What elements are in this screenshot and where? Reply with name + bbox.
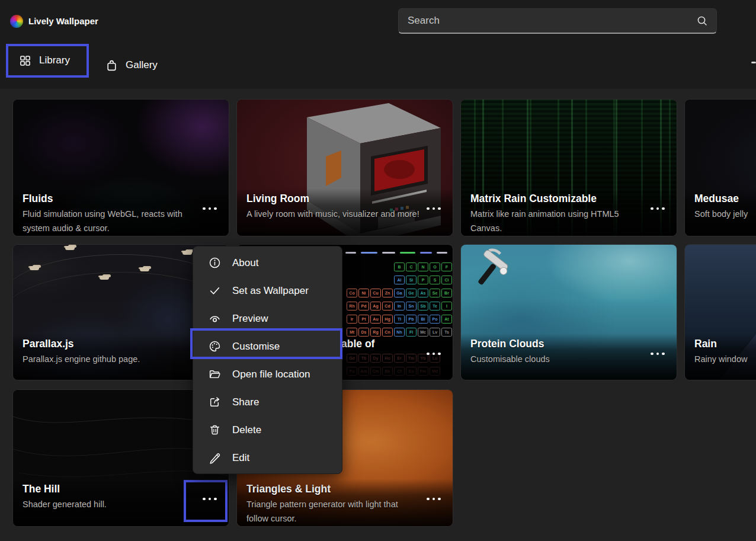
more-button[interactable] xyxy=(197,488,223,510)
card-title: The Hill xyxy=(23,481,196,497)
eye-icon xyxy=(209,312,221,325)
card-description: Customisable clouds xyxy=(470,352,643,366)
card-title: Triangles & Light xyxy=(246,481,419,497)
trash-icon xyxy=(209,424,221,436)
card-description: Triangle pattern generator with light th… xyxy=(246,497,419,526)
cloud-sprite xyxy=(140,267,149,271)
cloud-sprite xyxy=(100,276,109,280)
check-icon xyxy=(209,284,221,297)
pencil-icon xyxy=(209,452,221,464)
palette-icon xyxy=(209,340,221,353)
wallpaper-card-living-room[interactable]: Living Room A lively room with music, vi… xyxy=(237,100,453,236)
card-description: Shader generated hill. xyxy=(23,497,196,511)
menu-item-label: About xyxy=(232,257,258,269)
card-description: Rainy window xyxy=(694,352,756,366)
share-icon xyxy=(209,396,221,408)
app-title: Lively Wallpaper xyxy=(28,16,98,26)
hammer-image xyxy=(469,247,513,291)
wallpaper-card-rain[interactable]: Rain Rainy window xyxy=(685,245,756,380)
wallpaper-card-medusae[interactable]: Medusae Soft body jelly xyxy=(685,100,756,236)
context-menu: About Set as Wallpaper Preview Customise xyxy=(193,246,342,474)
more-button[interactable] xyxy=(421,343,447,364)
card-title: Rain xyxy=(694,336,756,351)
info-icon xyxy=(209,257,221,269)
card-title: Protein Clouds xyxy=(470,336,643,351)
menu-item-label: Share xyxy=(232,396,259,408)
menu-item-set-as-wallpaper[interactable]: Set as Wallpaper xyxy=(193,277,342,305)
card-title: Medusae xyxy=(694,191,756,206)
bag-icon xyxy=(105,59,118,72)
menu-item-label: Delete xyxy=(232,424,261,436)
menu-item-label: Preview xyxy=(232,313,268,325)
tab-library-label: Library xyxy=(39,55,70,66)
card-description: A lively room with music, visualizer and… xyxy=(246,207,419,221)
plus-icon-partial[interactable] xyxy=(751,62,756,63)
menu-item-label: Open file location xyxy=(232,369,310,380)
menu-item-label: Customise xyxy=(232,341,280,353)
more-button[interactable] xyxy=(421,488,447,510)
menu-item-open-file-location[interactable]: Open file location xyxy=(193,360,342,388)
card-description: Soft body jelly xyxy=(694,207,756,221)
menu-item-about[interactable]: About xyxy=(193,249,342,277)
cloud-sprite xyxy=(182,251,192,255)
menu-item-label: Edit xyxy=(232,452,249,464)
folder-icon xyxy=(209,368,221,380)
tab-library[interactable]: Library xyxy=(19,47,70,73)
card-title: Living Room xyxy=(246,191,419,206)
search-input[interactable] xyxy=(399,15,696,27)
menu-item-customise[interactable]: Customise xyxy=(193,332,342,360)
more-button[interactable] xyxy=(645,343,671,364)
wallpaper-card-matrix-rain[interactable]: Matrix Rain Customizable Matrix like rai… xyxy=(461,100,677,236)
tab-gallery[interactable]: Gallery xyxy=(105,52,158,78)
card-title: Fluids xyxy=(23,191,196,206)
menu-item-edit[interactable]: Edit xyxy=(193,444,342,472)
card-title: Parallax.js xyxy=(23,336,196,351)
search-icon[interactable] xyxy=(696,15,708,27)
more-button[interactable] xyxy=(421,198,447,219)
app-window: Lively Wallpaper Library Gallery Fluids … xyxy=(0,0,756,541)
card-description: Parallax.js engine github page. xyxy=(23,352,196,366)
card-description: Fluid simulation using WebGL, reacts wit… xyxy=(23,207,196,235)
menu-item-label: Set as Wallpaper xyxy=(232,285,309,297)
wallpaper-card-protein-clouds[interactable]: Protein Clouds Customisable clouds xyxy=(461,245,677,380)
card-description: Matrix like rain animation using HTML5 C… xyxy=(470,207,643,235)
menu-item-delete[interactable]: Delete xyxy=(193,416,342,444)
cloud-sprite xyxy=(65,246,75,250)
card-title: Matrix Rain Customizable xyxy=(470,191,643,206)
search-box[interactable] xyxy=(398,8,717,34)
wallpaper-card-fluids[interactable]: Fluids Fluid simulation using WebGL, rea… xyxy=(13,100,229,236)
periodic-legend xyxy=(345,252,447,254)
grid-icon xyxy=(19,55,31,67)
more-button[interactable] xyxy=(197,198,223,219)
more-button[interactable] xyxy=(645,198,671,219)
tab-gallery-label: Gallery xyxy=(126,59,158,71)
app-logo-icon xyxy=(10,15,23,28)
menu-item-preview[interactable]: Preview xyxy=(193,305,342,332)
menu-item-share[interactable]: Share xyxy=(193,388,342,416)
card-title-fragment: able of xyxy=(341,336,419,351)
cloud-sprite xyxy=(30,266,39,270)
